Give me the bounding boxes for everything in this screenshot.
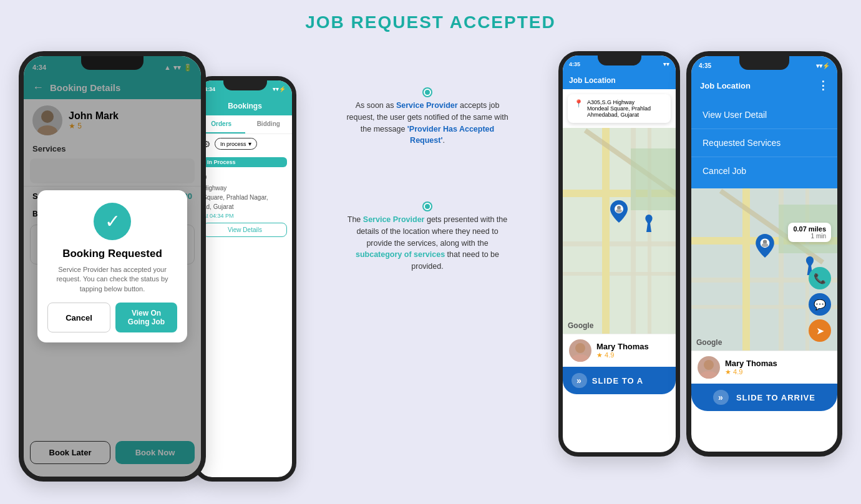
phone3-user-card: Mary Thomas ★ 4.9 <box>563 334 676 367</box>
more-options-icon[interactable]: ⋮ <box>817 79 829 92</box>
phone4-header: Job Location ⋮ <box>691 74 837 97</box>
phone4-frame: 4:35 ▾▾⚡ Job Location ⋮ View User Detail… <box>686 51 842 457</box>
dot-2 <box>424 203 431 210</box>
explanation-section: As soon as Service Provider accepts job … <box>340 51 515 273</box>
phone4-user-rating: ★ 4.9 <box>725 368 777 376</box>
chip-pin-icon: 📍 <box>574 99 583 108</box>
phone4-user-name: Mary Thomas <box>725 359 777 368</box>
phone3-map: Google <box>563 128 676 334</box>
tab-bidding[interactable]: Bidding <box>245 115 293 133</box>
chat-button[interactable]: 💬 <box>809 293 831 316</box>
menu-requested-services[interactable]: Requested Services <box>691 129 837 157</box>
time-label: At 04:34 PM <box>198 211 292 220</box>
phone4-status-icons: ▾▾⚡ <box>816 62 830 69</box>
phone4-slide-bar[interactable]: » SLIDE TO ARRIVE <box>691 384 837 411</box>
distance-badge: 0.07 miles 1 min <box>788 223 831 242</box>
filter-row: ⚙ In process ▾ <box>198 134 292 153</box>
modal-title: Booking Requested <box>47 248 177 260</box>
wifi-icon4: ▾▾⚡ <box>816 62 830 69</box>
square-text: Square, Prahlad Nagar, <box>198 193 292 202</box>
distance-value: 0.07 miles <box>793 225 826 233</box>
phone2-title: Bookings <box>228 102 262 110</box>
phone-group-left: 4:34 ▲ ▾▾ 🔋 ← Booking Details <box>19 51 296 482</box>
svg-point-10 <box>704 360 714 370</box>
filter-badge[interactable]: In process ▾ <box>215 138 257 150</box>
menu-view-user-detail[interactable]: View User Detail <box>691 101 837 129</box>
svg-point-6 <box>572 354 589 362</box>
phone3-frame: 4:35 ▾▾ Job Location 📍 A305,S.G Highway … <box>558 51 680 457</box>
explanation-block-1: As soon as Service Provider accepts job … <box>346 89 508 147</box>
action-buttons: 📞 💬 ➤ <box>809 267 831 342</box>
phone3-user-rating: ★ 4.9 <box>596 351 649 359</box>
gujarat-text: ad, Gujarat <box>198 202 292 211</box>
map-pin-1 <box>610 200 628 227</box>
dropdown-menu: View User Detail Requested Services Canc… <box>691 97 837 188</box>
filter-chevron: ▾ <box>248 140 251 147</box>
phone4-user-avatar <box>698 356 720 379</box>
phone4-user-card: Mary Thomas ★ 4.9 <box>691 351 837 384</box>
content-area: 4:34 ▲ ▾▾ 🔋 ← Booking Details <box>19 51 842 482</box>
phone3-title: Job Location <box>569 76 616 85</box>
phone3-header: Job Location <box>563 72 676 89</box>
svg-point-9 <box>762 243 769 247</box>
phone2-tabs: Orders Bidding <box>198 115 292 134</box>
phone4-title: Job Location <box>700 81 751 90</box>
in-process-badge: In Process <box>203 157 287 167</box>
menu-cancel-job[interactable]: Cancel Job <box>691 157 837 185</box>
booking-modal: ✓ Booking Requested Service Provider has… <box>37 190 187 342</box>
modal-buttons: Cancel View On Going Job <box>47 303 177 332</box>
explanation-text-2: The Service Provider gets presented with… <box>346 214 508 273</box>
phone3-location-chip: 📍 A305,S.G Highway Mondeal Square, Prahl… <box>568 94 671 123</box>
phone3-time: 4:35 <box>569 61 580 67</box>
phone3-slide-label: SLIDE TO A <box>592 376 643 385</box>
modal-body: Service Provider has accepted your reque… <box>47 265 177 294</box>
view-details-button[interactable]: View Details <box>203 223 287 237</box>
cancel-button[interactable]: Cancel <box>47 303 110 332</box>
phone3-user-avatar <box>569 339 591 362</box>
dot-1 <box>424 89 431 96</box>
explanation-block-2: The Service Provider gets presented with… <box>346 203 508 273</box>
phone4-user-details: Mary Thomas ★ 4.9 <box>725 359 777 376</box>
navigate-button[interactable]: ➤ <box>809 319 831 342</box>
slide-arrows-icon-3: » <box>572 373 587 388</box>
time-estimate: 1 min <box>793 233 826 240</box>
phone4-time: 4:35 <box>699 62 711 69</box>
success-check-icon: ✓ <box>94 203 131 240</box>
filter-label: In process <box>220 141 246 147</box>
wifi-icon3: ▾▾ <box>663 61 669 67</box>
highway-text: Highway <box>198 183 292 193</box>
phone4-slide-label: SLIDE TO ARRIVE <box>736 393 815 402</box>
explanation-text-1: As soon as Service Provider accepts job … <box>346 100 508 147</box>
modal-overlay: ✓ Booking Requested Service Provider has… <box>24 56 201 477</box>
google-logo-3: Google <box>568 321 593 330</box>
phone3-notch <box>598 56 641 65</box>
phone3-slide-bar[interactable]: » SLIDE TO A <box>563 367 676 394</box>
phone2-header: Bookings <box>198 97 292 115</box>
svg-point-11 <box>700 371 718 379</box>
map-pin-4 <box>756 234 774 260</box>
chip-address: A305,S.G Highway Mondeal Square, Prahlad… <box>587 99 651 118</box>
phone3-user-name: Mary Thomas <box>596 342 649 351</box>
phone-call-button[interactable]: 📞 <box>809 267 831 289</box>
phone4-notch <box>739 56 789 70</box>
page-title: JOB REQUEST ACCEPTED <box>305 12 555 32</box>
svg-point-4 <box>616 209 622 213</box>
wifi-icon2: ▾▾⚡ <box>273 86 286 92</box>
phone1-frame: 4:34 ▲ ▾▾ 🔋 ← Booking Details <box>19 51 206 482</box>
map-person-icon <box>643 215 655 235</box>
phone3-user-details: Mary Thomas ★ 4.9 <box>596 342 649 359</box>
phone2-status-icons: ▾▾⚡ <box>273 86 286 92</box>
order-count: 0 <box>198 171 292 183</box>
phone4-map: 📞 💬 ➤ 0.07 miles 1 min Google <box>691 188 837 351</box>
phone-group-right: 4:35 ▾▾ Job Location 📍 A305,S.G Highway … <box>558 51 842 457</box>
slide-arrows-icon-4: » <box>713 390 729 405</box>
phone2-notch <box>223 80 267 90</box>
svg-point-5 <box>575 343 585 353</box>
phone3-status-icons: ▾▾ <box>663 61 669 67</box>
phone2-frame: 4:34 ▾▾⚡ Bookings Orders Bidding ⚙ In pr… <box>193 76 296 482</box>
view-ongoing-job-button[interactable]: View On Going Job <box>115 303 177 332</box>
google-logo-4: Google <box>696 338 722 347</box>
